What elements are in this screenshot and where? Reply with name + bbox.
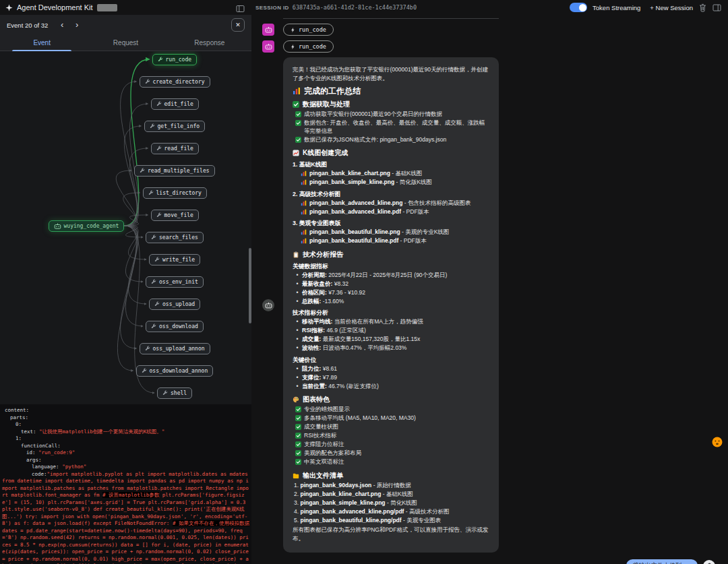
card-block-check: 数据包含: 开盘价、收盘价、最高价、最低价、成交量、成交额、涨跌幅等完整信息 bbox=[295, 119, 489, 135]
card-block-h2: K线图创建完成 bbox=[293, 149, 489, 157]
graph-node-read_multiple_files[interactable]: read_multiple_files bbox=[134, 165, 215, 177]
graph-node-wuying_code_agent[interactable]: wuying_code_agent bbox=[49, 220, 125, 232]
token-streaming-toggle[interactable] bbox=[570, 3, 587, 12]
event-tabs: Event Request Response bbox=[0, 35, 251, 51]
card-block-p: 所有图表都已保存为高分辨率PNG和PDF格式，可以直接用于报告、演示或发布。 bbox=[293, 526, 489, 542]
json-line: content: bbox=[2, 407, 249, 414]
bar-chart-icon bbox=[301, 170, 307, 177]
graph-node-oss_upload_annon[interactable]: oss_upload_annon bbox=[140, 343, 210, 354]
graph-node-oss_download[interactable]: oss_download bbox=[146, 321, 204, 332]
graph-node-shell[interactable]: shell bbox=[157, 387, 192, 399]
robot-icon bbox=[265, 302, 272, 309]
clipboard-icon bbox=[293, 251, 299, 258]
adk-logo-icon bbox=[5, 4, 13, 11]
agent-summary-message: 完美！我已经成功为您获取了平安银行(000001)最近90天的行情数据，并创建了… bbox=[262, 57, 728, 553]
tool-call-chip[interactable]: run_code bbox=[283, 40, 334, 53]
event-navigation: Event 20 of 32 ‹ › ✕ bbox=[0, 15, 251, 35]
card-block-stat: •分析周期: 2025年4月22日 - 2025年8月25日 (90个交易日) bbox=[295, 272, 489, 280]
new-session-button[interactable]: + New Session bbox=[650, 4, 693, 11]
check-icon bbox=[295, 415, 301, 421]
graph-node-oss_download_annon[interactable]: oss_download_annon bbox=[136, 365, 214, 377]
card-block-stat: •支撑位: ¥7.89 bbox=[295, 374, 489, 382]
wrench-icon bbox=[154, 301, 160, 307]
card-block-stat: •价格区间: ¥7.36 - ¥10.92 bbox=[295, 289, 489, 297]
robot-icon bbox=[265, 43, 272, 50]
event-drawer: Event 20 of 32 ‹ › ✕ Event Request Respo… bbox=[0, 15, 251, 564]
robot-icon bbox=[265, 26, 272, 33]
json-line: language: "python" bbox=[2, 464, 249, 471]
graph-node-create_directory[interactable]: create_directory bbox=[140, 76, 210, 88]
wrench-icon bbox=[151, 234, 156, 240]
bar-chart-icon bbox=[301, 209, 307, 215]
tool-call-label: run_code bbox=[299, 43, 326, 50]
card-block-h3: 2. 高级技术分析图 bbox=[293, 190, 489, 198]
graph-node-search_files[interactable]: search_files bbox=[146, 232, 204, 243]
card-block-h3: 关键数据指标 bbox=[293, 262, 489, 270]
card-block-stat: •总跌幅: -13.60% bbox=[295, 298, 489, 306]
card-block-stat: •波动性: 日波动率0.47%，平均振幅2.03% bbox=[295, 344, 489, 352]
view-panel-icon[interactable] bbox=[712, 3, 721, 12]
wrench-icon bbox=[151, 323, 156, 329]
tab-response[interactable]: Response bbox=[168, 35, 251, 51]
feedback-emoji-button[interactable] bbox=[712, 437, 723, 447]
graph-node-run_code[interactable]: run_code bbox=[152, 54, 198, 65]
graph-edges bbox=[0, 51, 251, 404]
delete-session-icon[interactable] bbox=[698, 3, 707, 12]
card-block-stat: •RSI指标: 46.9 (正常区域) bbox=[295, 327, 489, 335]
session-id-label: SESSION ID bbox=[255, 5, 289, 11]
drawer-toggle-icon[interactable] bbox=[236, 3, 245, 11]
json-line: parts: bbox=[2, 414, 249, 422]
close-drawer-button[interactable]: ✕ bbox=[231, 18, 245, 32]
graph-node-read_file[interactable]: read_file bbox=[151, 143, 199, 154]
tab-request[interactable]: Request bbox=[84, 35, 167, 51]
graph-node-write_file[interactable]: write_file bbox=[149, 254, 200, 265]
event-pagination-label: Event 20 of 32 bbox=[7, 22, 48, 29]
card-block-h2: 输出文件清单 bbox=[293, 472, 489, 480]
card-block-check: 中英文双语标注 bbox=[295, 458, 489, 466]
graph-node-edit_file[interactable]: edit_file bbox=[151, 98, 199, 110]
card-block-file: pingan_bank_advanced_kline.png - 包含技术指标的… bbox=[301, 199, 489, 208]
check-icon bbox=[295, 120, 301, 126]
top-bar: Agent Development Kit SESSION ID 6387435… bbox=[0, 0, 728, 15]
tab-event[interactable]: Event bbox=[0, 35, 84, 51]
user-action-button[interactable]: 将输出文件上传到oss bbox=[626, 559, 698, 564]
tool-call-chip[interactable]: run_code bbox=[283, 24, 334, 36]
graph-node-oss_env_init[interactable]: oss_env_init bbox=[146, 276, 204, 288]
check-icon bbox=[295, 433, 301, 439]
json-line: args: bbox=[2, 457, 249, 464]
card-block-h3: 关键价位 bbox=[293, 356, 489, 364]
check-icon bbox=[295, 450, 301, 456]
wrench-icon bbox=[151, 279, 156, 284]
bar-chart-icon bbox=[301, 229, 307, 235]
robot-icon bbox=[54, 223, 61, 229]
graph-node-oss_upload[interactable]: oss_upload bbox=[149, 299, 200, 310]
chat-pane: run_code run_code 完美！我已经成功为您获取了平安银行(0000… bbox=[251, 15, 728, 564]
bolt-icon bbox=[291, 27, 295, 33]
graph-node-list_directory[interactable]: list_directory bbox=[143, 187, 207, 199]
card-block-file: pingan_bank_beautiful_kline.png - 美观的专业K… bbox=[301, 228, 489, 237]
card-block-h3: 3. 美观专业图表版 bbox=[293, 219, 489, 227]
tool-call-row: run_code bbox=[262, 40, 728, 53]
card-block-check: RSI技术指标 bbox=[295, 432, 489, 440]
json-line: text: "让我使用matplotlib创建一个更简洁美观的K线图。" bbox=[2, 429, 249, 436]
json-line: code:"import matplotlib.pyplot as plt im… bbox=[2, 471, 249, 564]
card-block-file: pingan_bank_beautiful_kline.pdf - PDF版本 bbox=[301, 237, 489, 245]
wrench-icon bbox=[145, 346, 150, 351]
card-block-file: pingan_bank_kline_chart.png - 基础K线图 bbox=[301, 170, 489, 178]
chart-up-icon bbox=[293, 150, 299, 156]
app-title: Agent Development Kit bbox=[17, 3, 93, 11]
card-block-file: pingan_bank_advanced_kline.pdf - PDF版本 bbox=[301, 208, 489, 216]
folder-icon bbox=[293, 472, 299, 479]
wrench-icon bbox=[162, 390, 168, 396]
check-icon bbox=[295, 424, 301, 430]
card-block-check: 美观的配色方案和布局 bbox=[295, 449, 489, 458]
graph-node-move_file[interactable]: move_file bbox=[151, 210, 199, 221]
card-block-check: 专业的蜡烛图显示 bbox=[295, 406, 489, 414]
wrench-icon bbox=[140, 168, 145, 173]
graph-node-get_file_info[interactable]: get_file_info bbox=[144, 121, 206, 132]
assistant-avatar bbox=[262, 299, 274, 311]
next-event-button[interactable]: › bbox=[69, 18, 84, 32]
card-block-h1: 完成的工作总结 bbox=[293, 87, 489, 95]
prev-event-button[interactable]: ‹ bbox=[55, 18, 69, 32]
card-block-check: 支撑阻力位标注 bbox=[295, 441, 489, 449]
